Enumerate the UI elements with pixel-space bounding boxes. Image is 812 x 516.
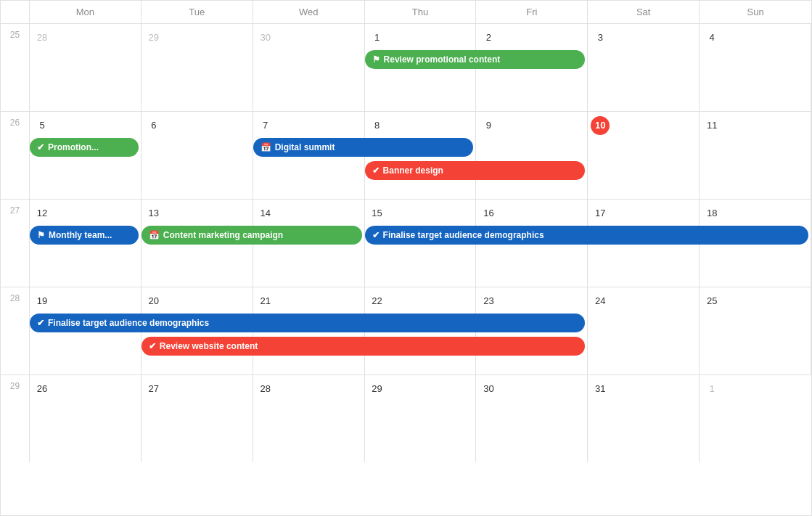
day-cell: 28 xyxy=(30,24,142,111)
week-row: 2819202122232425✔Finalise target audienc… xyxy=(1,287,811,375)
day-header-fri: Fri xyxy=(476,1,588,23)
day-number: 15 xyxy=(368,204,387,223)
day-header-mon: Mon xyxy=(30,1,142,23)
day-number: 25 xyxy=(702,292,721,311)
day-number: 11 xyxy=(702,116,721,135)
day-number: 17 xyxy=(591,204,610,223)
day-cell: 24 xyxy=(588,287,700,374)
day-cell: 11 xyxy=(700,112,811,199)
day-number: 31 xyxy=(591,380,610,398)
calendar-icon: 📅 xyxy=(149,230,160,240)
day-number: 6 xyxy=(144,116,163,135)
day-number: 22 xyxy=(368,292,387,311)
event-label: Banner design xyxy=(383,165,443,176)
event-bar[interactable]: ✔Promotion... xyxy=(30,138,139,157)
day-number: 23 xyxy=(479,292,498,311)
event-bar[interactable]: ✔Finalise target audience demographics xyxy=(30,314,585,332)
day-cell: 29 xyxy=(142,24,253,111)
event-label: Promotion... xyxy=(48,142,99,152)
day-number: 7 xyxy=(256,116,275,135)
day-cell: 6 xyxy=(142,112,253,199)
week-row: 292627282930311 xyxy=(1,375,811,462)
day-number: 29 xyxy=(368,380,387,398)
week-number: 28 xyxy=(1,287,30,374)
day-number: 27 xyxy=(144,380,163,398)
event-bar[interactable]: ✔Review website content xyxy=(142,337,585,356)
day-cell: 25 xyxy=(700,287,811,374)
event-bar[interactable]: 📅Content marketing campaign xyxy=(142,226,362,245)
day-cell: 31 xyxy=(588,375,700,462)
day-cell: 29 xyxy=(365,375,477,462)
day-number: 4 xyxy=(702,28,721,47)
check-icon: ✔ xyxy=(372,165,380,176)
flag-icon: ⚑ xyxy=(37,230,45,240)
calendar-header: MonTueWedThuFriSatSun xyxy=(1,1,811,24)
week-number: 29 xyxy=(1,375,30,462)
day-header-wed: Wed xyxy=(253,1,365,23)
check-icon: ✔ xyxy=(37,142,44,152)
event-label: Review website content xyxy=(160,341,258,351)
event-label: Digital summit xyxy=(275,142,335,152)
flag-icon: ⚑ xyxy=(372,54,380,65)
week-number: 27 xyxy=(1,200,30,287)
event-bar[interactable]: ⚑Monthly team... xyxy=(30,226,139,245)
event-bar[interactable]: ✔Banner design xyxy=(365,161,586,180)
day-header-sun: Sun xyxy=(700,1,811,23)
day-number: 12 xyxy=(33,204,52,223)
day-number: 1 xyxy=(368,28,387,47)
day-number: 8 xyxy=(368,116,387,135)
calendar: MonTueWedThuFriSatSun 252829301234⚑Revie… xyxy=(0,0,812,516)
day-cell: 4 xyxy=(700,24,811,111)
day-number: 19 xyxy=(33,292,52,311)
day-number: 1 xyxy=(702,380,721,398)
day-cell: 1 xyxy=(700,375,811,462)
day-cell: 9 xyxy=(476,112,588,199)
day-number: 10 xyxy=(591,116,610,135)
event-label: Finalise target audience demographics xyxy=(48,318,209,328)
day-number: 13 xyxy=(144,204,163,223)
day-number: 28 xyxy=(256,380,275,398)
week-number: 25 xyxy=(1,24,30,111)
week-number: 26 xyxy=(1,112,30,199)
day-number: 21 xyxy=(256,292,275,311)
check-icon: ✔ xyxy=(149,341,156,351)
week-row: 2712131415161718⚑Monthly team...📅Content… xyxy=(1,200,811,287)
day-number: 14 xyxy=(256,204,275,223)
day-number: 5 xyxy=(33,116,52,135)
day-number: 18 xyxy=(702,204,721,223)
day-header-thu: Thu xyxy=(365,1,477,23)
day-number: 28 xyxy=(33,28,52,47)
day-number: 2 xyxy=(479,28,498,47)
day-number: 29 xyxy=(144,28,163,47)
event-label: Finalise target audience demographics xyxy=(383,230,544,240)
event-label: Monthly team... xyxy=(49,230,112,240)
calendar-body: 252829301234⚑Review promotional content2… xyxy=(1,24,811,462)
day-cell: 10 xyxy=(588,112,700,199)
day-header-tue: Tue xyxy=(142,1,253,23)
day-cell: 3 xyxy=(588,24,700,111)
day-number: 30 xyxy=(479,380,498,398)
day-cell: 28 xyxy=(253,375,365,462)
day-number: 16 xyxy=(479,204,498,223)
week-row: 252829301234⚑Review promotional content xyxy=(1,24,811,112)
day-header-sat: Sat xyxy=(588,1,700,23)
week-num-spacer xyxy=(1,1,30,23)
day-number: 24 xyxy=(591,292,610,311)
check-icon: ✔ xyxy=(37,318,44,328)
day-cell: 26 xyxy=(30,375,142,462)
day-number: 30 xyxy=(256,28,275,47)
day-cell: 30 xyxy=(253,24,365,111)
event-label: Review promotional content xyxy=(384,54,501,65)
day-number: 3 xyxy=(591,28,610,47)
check-icon: ✔ xyxy=(372,230,380,240)
event-label: Content marketing campaign xyxy=(163,230,283,240)
event-bar[interactable]: ⚑Review promotional content xyxy=(365,50,586,69)
calendar-icon: 📅 xyxy=(261,142,271,152)
day-cell: 27 xyxy=(142,375,253,462)
day-number: 26 xyxy=(33,380,52,398)
day-cell: 30 xyxy=(476,375,588,462)
event-bar[interactable]: 📅Digital summit xyxy=(253,138,474,157)
day-number: 9 xyxy=(479,116,498,135)
event-bar[interactable]: ✔Finalise target audience demographics xyxy=(365,226,808,245)
day-number: 20 xyxy=(144,292,163,311)
